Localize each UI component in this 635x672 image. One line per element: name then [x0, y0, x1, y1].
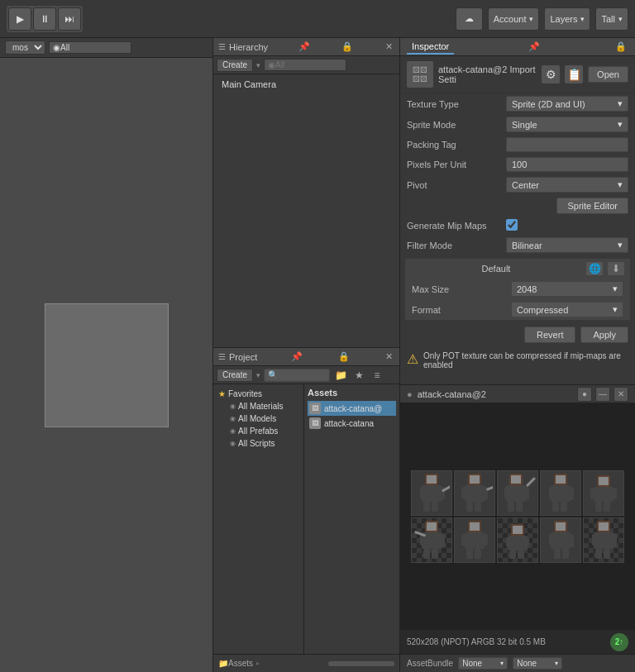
preview-controls: ● — ✕ [577, 387, 628, 402]
hierarchy-close-button[interactable]: ✕ [384, 41, 394, 52]
inspector-lock-btn[interactable]: 🔒 [614, 41, 628, 52]
project-close-button[interactable]: ✕ [384, 351, 394, 362]
svg-rect-4 [437, 487, 445, 500]
project-create-button[interactable]: Create [217, 369, 253, 382]
project-pin-button[interactable]: 📌 [289, 351, 304, 362]
max-size-label: Max Size [412, 284, 511, 294]
svg-rect-3 [420, 487, 427, 498]
inspector-row-sprite-editor: Sprite Editor [400, 195, 635, 217]
svg-rect-63 [549, 534, 556, 546]
svg-rect-70 [592, 534, 599, 546]
filter-mode-dropdown[interactable]: Bilinear ▾ [506, 237, 628, 253]
preview-title-bar: ● attack-catana@2 ● — ✕ [400, 385, 635, 403]
hierarchy-search-input[interactable] [264, 59, 346, 71]
project-title: Project [229, 352, 257, 362]
svg-rect-5 [423, 502, 430, 512]
preview-content [400, 403, 635, 629]
cloud-button[interactable]: ☁ [456, 7, 483, 31]
inspector-tab-bar: Inspector 📌 🔒 [400, 38, 635, 56]
svg-rect-32 [599, 477, 609, 485]
sprite-editor-button[interactable]: Sprite Editor [556, 198, 628, 214]
svg-rect-13 [466, 502, 473, 512]
section-globe-button[interactable]: 🌐 [585, 261, 604, 276]
preview-minimize-button[interactable]: — [595, 387, 610, 402]
texture-type-dropdown[interactable]: Sprite (2D and UI) ▾ [506, 96, 628, 112]
left-panel: mos [0, 38, 213, 672]
hierarchy-lock-button[interactable]: 🔒 [340, 41, 355, 52]
inspector-tab[interactable]: Inspector [407, 40, 454, 55]
top-toolbar: ▶ ⏸ ⏭ ☁ Account ▾ Layers ▾ Tall ▾ [0, 0, 635, 38]
asset-item-1[interactable]: 🖼 attack-catana [308, 416, 396, 431]
inspector-row-mip-maps: Generate Mip Maps [400, 217, 635, 235]
svg-rect-73 [604, 549, 610, 559]
middle-panel: ☰ Hierarchy 📌 🔒 ✕ Create ▾ Main Camera ☰… [213, 38, 400, 672]
apply-button[interactable]: Apply [580, 326, 628, 343]
project-folder-button[interactable]: 📁 [333, 368, 348, 383]
hierarchy-item[interactable]: Main Camera [218, 78, 394, 91]
pixels-per-unit-input[interactable] [506, 157, 628, 172]
tree-item-all-models[interactable]: ◉ All Models [217, 412, 300, 425]
project-bottom-bar: 📁 Assets ▸ [213, 654, 399, 672]
inspector-settings-icon[interactable]: ⚙ [542, 65, 560, 83]
mip-maps-checkbox[interactable] [506, 219, 518, 231]
project-path-icon: 📁 [218, 659, 228, 668]
asset-bundle-dropdown2[interactable]: None ▾ [513, 657, 562, 670]
inspector-info-icon[interactable]: 📋 [565, 65, 583, 83]
asset-item-0[interactable]: 🖼 attack-catana@ [308, 401, 396, 416]
project-assets: Assets 🖼 attack-catana@ 🖼 attack-catana [304, 384, 399, 654]
svg-rect-72 [595, 549, 602, 559]
sprite-cell [583, 517, 624, 563]
format-dropdown[interactable]: Compressed ▾ [511, 302, 623, 317]
preview-close-button[interactable]: ✕ [614, 387, 628, 402]
cloud-icon: ☁ [465, 13, 474, 24]
project-title-bar: ☰ Project 📌 🔒 ✕ [213, 348, 399, 366]
project-menu-button[interactable]: ≡ [370, 368, 384, 383]
svg-rect-42 [437, 534, 445, 547]
packing-tag-input[interactable] [506, 137, 628, 152]
scene-search-input[interactable] [49, 41, 131, 54]
sprite-sheet [411, 470, 624, 563]
tree-item-all-scripts[interactable]: ◉ All Scripts [217, 437, 300, 450]
svg-rect-21 [508, 502, 514, 512]
scrollbar[interactable] [328, 661, 394, 666]
revert-button[interactable]: Revert [524, 326, 575, 343]
project-search-input[interactable] [264, 369, 330, 382]
preview-circle-button[interactable]: ● [577, 387, 592, 402]
pivot-label: Pivot [407, 180, 506, 190]
pivot-dropdown[interactable]: Center ▾ [506, 177, 628, 193]
sprite-cell [497, 517, 538, 563]
svg-rect-68 [599, 522, 609, 531]
packing-tag-value [506, 137, 628, 152]
account-dropdown[interactable]: Account ▾ [488, 7, 540, 31]
project-panel: ☰ Project 📌 🔒 ✕ Create ▾ 📁 ★ ≡ ★ Favorit… [213, 348, 399, 672]
play-controls: ▶ ⏸ ⏭ [7, 6, 83, 32]
play-button[interactable]: ▶ [8, 7, 31, 31]
sprite-cell [540, 517, 581, 563]
scene-tab-dropdown1[interactable]: mos [5, 41, 45, 55]
tall-dropdown[interactable]: Tall ▾ [595, 7, 628, 31]
hierarchy-create-button[interactable]: Create [217, 59, 253, 72]
tree-item-all-prefabs[interactable]: ◉ All Prefabs [217, 425, 300, 437]
pause-button[interactable]: ⏸ [33, 7, 56, 31]
texture-type-label: Texture Type [407, 99, 506, 109]
inspector-pin-btn[interactable]: 📌 [527, 41, 542, 52]
step-button[interactable]: ⏭ [58, 7, 81, 31]
dot-icon: ◉ [230, 403, 236, 410]
project-content: ★ Favorites ◉ All Materials ◉ All Models… [213, 384, 399, 654]
hierarchy-title: Hierarchy [229, 42, 268, 52]
project-star-button[interactable]: ★ [351, 368, 366, 383]
section-dl-button[interactable]: ⬇ [607, 261, 625, 276]
svg-rect-43 [423, 549, 430, 559]
sprite-mode-dropdown[interactable]: Single ▾ [506, 117, 628, 132]
asset-bundle-dropdown1[interactable]: None ▾ [458, 657, 508, 670]
inspector-header: ⚄⚄⚄⚄ attack-catana@2 Import Setti ⚙ 📋 Op… [400, 56, 635, 93]
svg-rect-54 [513, 526, 523, 534]
inspector-open-button[interactable]: Open [588, 66, 628, 83]
tree-item-all-materials[interactable]: ◉ All Materials [217, 400, 300, 412]
tree-item-favorites[interactable]: ★ Favorites [217, 388, 300, 400]
svg-rect-51 [466, 549, 473, 559]
project-lock-button[interactable]: 🔒 [337, 351, 351, 362]
hierarchy-pin-button[interactable]: 📌 [297, 41, 312, 52]
layers-dropdown[interactable]: Layers ▾ [544, 7, 590, 31]
max-size-dropdown[interactable]: 2048 ▾ [511, 281, 623, 297]
